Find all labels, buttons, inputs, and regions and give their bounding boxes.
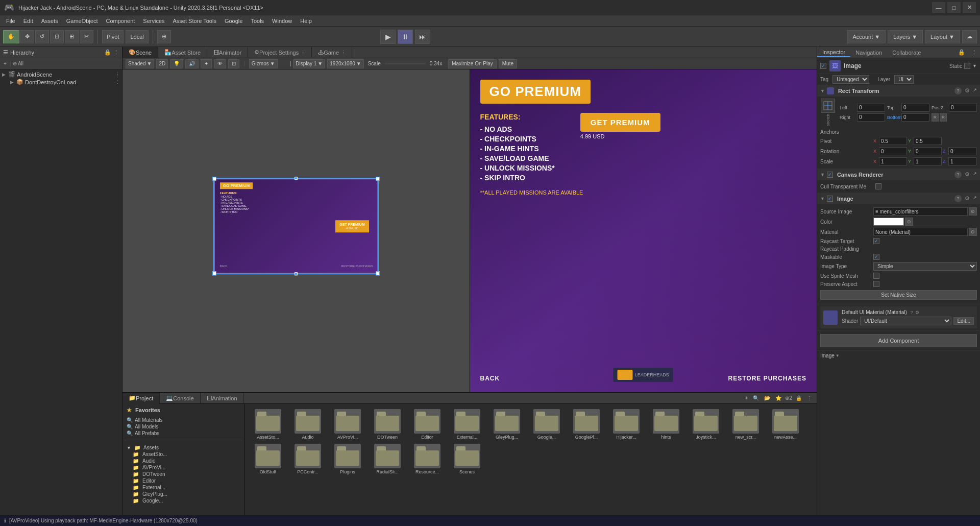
hidden-obj-btn[interactable]: 👁 [214, 59, 226, 68]
close-button[interactable]: ✕ [963, 2, 976, 13]
menu-google[interactable]: Google [220, 17, 247, 25]
bottom-lock-btn[interactable]: 🔒 [794, 395, 803, 401]
asset-newscr[interactable]: new_scr... [728, 409, 764, 440]
layers-button[interactable]: Layers ▼ [888, 30, 923, 43]
scene-selected-object[interactable]: GO PREMIUM FEATURES: - NO ADS - CHECKPOI… [214, 179, 378, 273]
editor-tree[interactable]: 📁 Editor [125, 477, 242, 484]
image-arrow-down[interactable]: ▼ [836, 353, 840, 358]
maximize-button[interactable]: □ [947, 2, 961, 13]
add-component-button[interactable]: Add Component [820, 334, 977, 347]
menu-help[interactable]: Help [296, 17, 316, 25]
canvas-expand-btn[interactable]: ↗ [973, 171, 977, 178]
audio-btn[interactable]: 🔊 [185, 59, 199, 68]
stretch-icon[interactable] [821, 99, 835, 113]
lighting-btn[interactable]: 💡 [170, 59, 183, 68]
hierarchy-item-more2[interactable]: ⋮ [115, 80, 120, 85]
asset-scenes[interactable]: Scenes [449, 444, 485, 474]
layer-dropdown[interactable]: UI [894, 75, 914, 84]
pivot-y-field[interactable] [914, 137, 942, 145]
rect-tool-button[interactable]: ⊞ [65, 30, 79, 43]
cloud-button[interactable]: ☁ [962, 30, 977, 43]
maximize-on-play-btn[interactable]: Maximize On Play [448, 59, 497, 68]
set-native-size-button[interactable]: Set Native Size [820, 290, 977, 300]
image-gear-btn[interactable]: ⚙ [965, 195, 970, 202]
canvas-renderer-header[interactable]: ▼ Canvas Renderer ? ⚙ ↗ [817, 169, 980, 180]
hierarchy-more-btn[interactable]: ⋮ [113, 49, 119, 56]
menu-assetstoretools[interactable]: Asset Store Tools [169, 17, 220, 25]
menu-edit[interactable]: Edit [19, 17, 37, 25]
inspector-more[interactable]: ⋮ [968, 48, 980, 57]
bottom-field-label[interactable]: Bottom [887, 115, 899, 120]
canvas-info-btn[interactable]: ? [954, 171, 962, 178]
fav-all-materials[interactable]: 🔍 All Materials [125, 417, 242, 423]
play-button[interactable]: ▶ [380, 30, 396, 44]
bottom-field[interactable] [901, 113, 929, 122]
pivot-x-field[interactable] [879, 137, 907, 145]
tab-console[interactable]: 💻 Console [160, 393, 200, 404]
tag-dropdown[interactable]: Untagged [832, 75, 869, 84]
object-active-checkbox[interactable] [820, 63, 826, 69]
image-section-header[interactable]: ▼ Image ? ⚙ ↗ [817, 193, 980, 204]
hierarchy-content[interactable]: ▶ 🎬 AndroidScene ⋮ ▶ 📦 DontDestroyOnLoad… [0, 69, 122, 515]
restore-link[interactable]: RESTORE PURCHASES [728, 375, 806, 382]
scale-y-field[interactable] [914, 157, 942, 165]
rect-expand-btn[interactable]: ↗ [973, 87, 977, 94]
back-link[interactable]: BACK [480, 375, 500, 382]
material-gear-btn[interactable]: ⚙ [915, 310, 919, 315]
posz-field[interactable] [949, 104, 977, 112]
asset-plugins[interactable]: Plugins [330, 444, 365, 474]
rect-gear-btn[interactable]: ⚙ [965, 87, 970, 94]
assets-root[interactable]: ▼ 📁 Assets [125, 444, 242, 451]
asset-avprovideo[interactable]: AVProVi... [330, 409, 365, 440]
hierarchy-menu-btn[interactable]: ☰ [3, 49, 8, 56]
minimize-button[interactable]: — [932, 2, 945, 13]
rect-info-btn[interactable]: ? [954, 87, 962, 94]
scale-z-field[interactable] [948, 157, 976, 165]
image-type-select[interactable]: Simple [873, 262, 977, 271]
shader-select[interactable]: UI/Default [860, 317, 951, 325]
asset-hijacker[interactable]: Hijacker... [608, 409, 644, 440]
menu-assets[interactable]: Assets [37, 17, 62, 25]
gizmos-dropdown[interactable]: Gizmos ▼ [249, 59, 278, 68]
image-active-checkbox[interactable] [827, 196, 833, 202]
fav-all-prefabs[interactable]: 🔍 All Prefabs [125, 430, 242, 437]
canvas-active-checkbox[interactable] [827, 172, 833, 178]
shading-dropdown[interactable]: Shaded ▼ [126, 59, 154, 68]
tree-item-androidscene[interactable]: ▶ 🎬 AndroidScene ⋮ [0, 70, 122, 78]
fav-all-models[interactable]: 🔍 All Models [125, 423, 242, 430]
static-dropdown[interactable]: ▼ [972, 63, 977, 68]
asset-google[interactable]: Google... [529, 409, 565, 440]
menu-gameobject[interactable]: GameObject [62, 17, 102, 25]
tab-asset-store[interactable]: 🏪 Asset Store [158, 47, 207, 58]
left-field[interactable] [857, 104, 885, 112]
tab-navigation[interactable]: Navigation [850, 49, 887, 57]
display-dropdown[interactable]: Display 1 ▼ [293, 59, 325, 68]
step-button[interactable]: ⏭ [415, 30, 430, 44]
resolution-dropdown[interactable]: 1920x1080 ▼ [327, 59, 363, 68]
bottom-more-btn[interactable]: ⋮ [805, 395, 814, 401]
asset-assetstoretool[interactable]: AssetSto... [250, 409, 286, 440]
maskable-checkbox[interactable] [873, 254, 879, 260]
asset-audio[interactable]: Audio [290, 409, 326, 440]
scene-filter-btn[interactable]: ⊡ [228, 59, 239, 68]
source-image-picker[interactable]: ⊙ [969, 207, 977, 216]
top-field[interactable] [901, 104, 929, 112]
image-info-btn[interactable]: ? [954, 195, 962, 202]
asset-newasse[interactable]: newAsse... [768, 409, 803, 440]
static-checkbox[interactable] [964, 63, 970, 69]
material-picker[interactable]: ⊙ [969, 228, 977, 236]
asset-dotween[interactable]: DOTween [370, 409, 405, 440]
settings-tab-more[interactable]: ⋮ [301, 50, 305, 55]
menu-component[interactable]: Component [102, 17, 139, 25]
assetstoretool-tree[interactable]: 📁 AssetSto... [125, 451, 242, 458]
layout-button[interactable]: Layout ▼ [925, 30, 960, 43]
avprovideo-tree[interactable]: 📁 AVProVi... [125, 464, 242, 471]
googlemobileads-tree[interactable]: 📁 Google... [125, 497, 242, 504]
account-button[interactable]: Account ▼ [847, 30, 886, 43]
tab-animation[interactable]: 🎞 Animation [201, 393, 244, 404]
scene-view[interactable]: GO PREMIUM FEATURES: - NO ADS - CHECKPOI… [122, 69, 470, 392]
asset-hints[interactable]: hints [648, 409, 684, 440]
rot-z-field[interactable] [948, 147, 976, 155]
asset-resource[interactable]: Resource... [409, 444, 445, 474]
rot-y-field[interactable] [914, 147, 942, 155]
